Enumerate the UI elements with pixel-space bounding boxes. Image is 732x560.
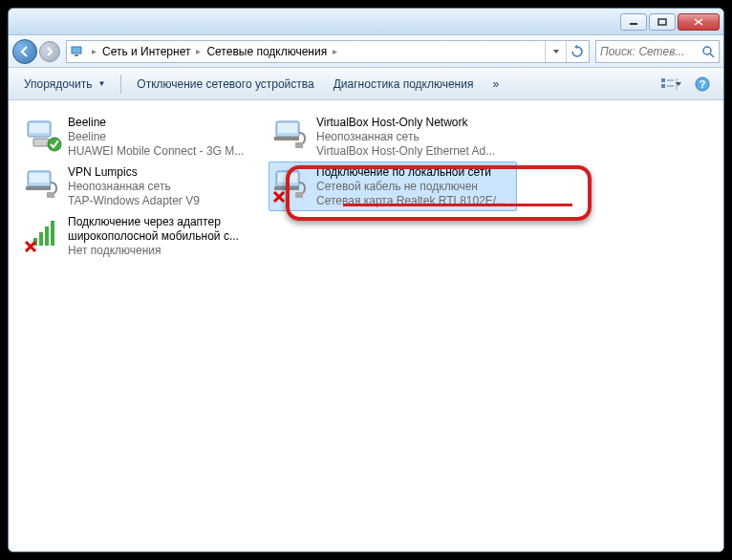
- svg-rect-8: [661, 78, 665, 82]
- svg-rect-35: [45, 226, 49, 246]
- svg-rect-28: [278, 173, 297, 183]
- svg-rect-20: [278, 123, 297, 133]
- svg-rect-22: [295, 142, 303, 148]
- lan-adapter-icon: [24, 165, 62, 204]
- connection-name: Beeline: [68, 116, 265, 130]
- connection-item[interactable]: Подключение через адаптер широкополосной…: [20, 211, 269, 267]
- connection-item-selected[interactable]: Подключение по локальной сети Сетевой ка…: [269, 162, 517, 211]
- connection-device: TAP-Windows Adapter V9: [68, 194, 265, 208]
- lan-adapter-icon: [272, 116, 311, 154]
- connection-item[interactable]: VirtualBox Host-Only Network Неопознанна…: [269, 112, 517, 162]
- chevron-down-icon: ▼: [97, 79, 105, 88]
- connection-device: Сетевая карта Realtek RTL8102E/...: [316, 194, 513, 208]
- connection-device: HUAWEI Mobile Connect - 3G M...: [68, 144, 265, 159]
- search-box[interactable]: [595, 40, 720, 63]
- svg-rect-25: [26, 186, 51, 190]
- svg-rect-26: [47, 192, 54, 198]
- help-button[interactable]: ?: [689, 73, 716, 96]
- connection-name: Подключение через адаптер широкополосной…: [68, 215, 265, 244]
- svg-rect-29: [274, 186, 299, 190]
- maximize-button[interactable]: [649, 13, 676, 31]
- connections-list: Beeline Beeline HUAWEI Mobile Connect - …: [9, 100, 723, 551]
- svg-rect-1: [658, 19, 666, 25]
- navbar: ▸ Сеть и Интернет ▸ Сетевые подключения …: [9, 35, 723, 68]
- network-location-icon: [69, 43, 86, 60]
- search-icon: [701, 45, 715, 58]
- address-bar[interactable]: ▸ Сеть и Интернет ▸ Сетевые подключения …: [66, 40, 590, 63]
- breadcrumb-connections[interactable]: Сетевые подключения: [203, 45, 331, 58]
- svg-rect-9: [661, 84, 665, 88]
- connection-status: Нет подключения: [68, 244, 265, 258]
- svg-text:?: ?: [700, 78, 706, 90]
- back-button[interactable]: [12, 39, 37, 64]
- search-input[interactable]: [600, 45, 701, 58]
- mobile-signal-disconnected-icon: [24, 215, 62, 253]
- svg-rect-30: [295, 192, 303, 198]
- diagnose-button[interactable]: Диагностика подключения: [326, 74, 482, 95]
- history-dropdown-button[interactable]: [545, 41, 566, 62]
- disable-device-button[interactable]: Отключение сетевого устройства: [129, 74, 321, 95]
- separator: [120, 75, 121, 94]
- connection-status: Beeline: [68, 130, 265, 144]
- chevron-right-icon[interactable]: ▸: [331, 46, 339, 56]
- toolbar: Упорядочить▼ Отключение сетевого устройс…: [9, 68, 723, 100]
- connection-status: Сетевой кабель не подключен: [316, 180, 513, 194]
- connection-name: Подключение по локальной сети: [316, 165, 513, 180]
- connection-device: VirtualBox Host-Only Ethernet Ad...: [316, 144, 513, 159]
- view-options-button[interactable]: [658, 73, 685, 96]
- svg-rect-34: [39, 232, 43, 246]
- chevron-right-icon[interactable]: ▸: [194, 46, 203, 56]
- svg-rect-21: [274, 137, 299, 140]
- svg-rect-16: [30, 123, 49, 133]
- svg-line-7: [710, 54, 714, 57]
- forward-button[interactable]: [39, 41, 60, 62]
- connection-item[interactable]: Beeline Beeline HUAWEI Mobile Connect - …: [20, 112, 269, 162]
- titlebar[interactable]: [9, 9, 723, 35]
- lan-adapter-disconnected-icon: [272, 165, 311, 204]
- connection-name: VirtualBox Host-Only Network: [316, 116, 513, 130]
- breadcrumb-network[interactable]: Сеть и Интернет: [98, 45, 194, 58]
- svg-point-6: [703, 47, 711, 54]
- svg-rect-17: [33, 139, 49, 146]
- connection-status: Неопознанная сеть: [68, 180, 265, 194]
- organize-button[interactable]: Упорядочить▼: [16, 74, 113, 95]
- connection-name: VPN Lumpics: [68, 165, 265, 180]
- more-button[interactable]: »: [484, 74, 506, 95]
- wan-modem-icon: [24, 116, 62, 154]
- connection-status: Неопознанная сеть: [316, 130, 513, 144]
- minimize-button[interactable]: [620, 13, 647, 31]
- chevron-right-icon[interactable]: ▸: [90, 46, 98, 56]
- explorer-window: ▸ Сеть и Интернет ▸ Сетевые подключения …: [8, 8, 724, 552]
- svg-rect-24: [30, 173, 49, 183]
- connection-item[interactable]: VPN Lumpics Неопознанная сеть TAP-Window…: [20, 162, 269, 211]
- svg-rect-36: [51, 221, 54, 246]
- svg-rect-4: [72, 47, 81, 54]
- refresh-button[interactable]: [566, 41, 587, 62]
- svg-rect-5: [75, 54, 78, 56]
- close-button[interactable]: [678, 13, 720, 31]
